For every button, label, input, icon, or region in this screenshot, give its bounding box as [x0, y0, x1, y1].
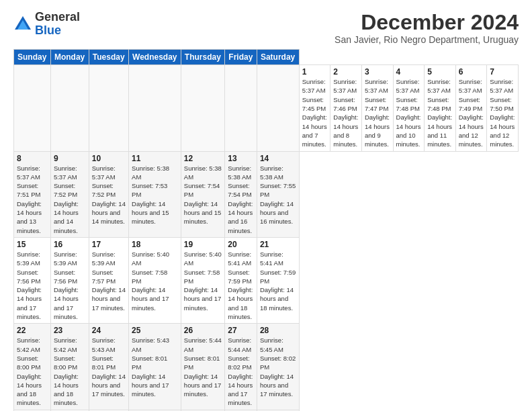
title-section: December 2024 San Javier, Rio Negro Depa… — [335, 11, 519, 45]
calendar-cell — [89, 65, 128, 151]
day-info: Sunrise: 5:42 AMSunset: 8:00 PMDaylight:… — [17, 336, 42, 406]
month-title: December 2024 — [335, 11, 519, 34]
day-number: 22 — [17, 326, 48, 335]
day-number: 7 — [490, 67, 515, 77]
day-info: Sunrise: 5:41 AMSunset: 7:59 PMDaylight:… — [260, 250, 296, 312]
calendar-cell — [257, 65, 299, 151]
calendar-cell: 16 Sunrise: 5:39 AMSunset: 7:56 PMDaylig… — [50, 237, 89, 323]
day-number: 18 — [132, 240, 178, 249]
calendar-cell: 21 Sunrise: 5:41 AMSunset: 7:59 PMDaylig… — [257, 237, 299, 323]
day-number: 4 — [396, 67, 422, 77]
logo-icon — [13, 15, 32, 34]
day-info: Sunrise: 5:38 AMSunset: 7:53 PMDaylight:… — [132, 165, 169, 226]
calendar-table: Sunday Monday Tuesday Wednesday Thursday… — [13, 49, 519, 411]
header-friday: Friday — [225, 50, 257, 65]
calendar-cell: 20 Sunrise: 5:41 AMSunset: 7:59 PMDaylig… — [225, 237, 257, 323]
calendar-cell: 22 Sunrise: 5:42 AMSunset: 8:00 PMDaylig… — [14, 324, 51, 410]
day-info: Sunrise: 5:37 AMSunset: 7:49 PMDaylight:… — [459, 78, 484, 148]
calendar-cell: 4 Sunrise: 5:37 AMSunset: 7:48 PMDayligh… — [393, 65, 425, 151]
calendar-cell: 12 Sunrise: 5:38 AMSunset: 7:54 PMDaylig… — [181, 151, 224, 237]
day-number: 25 — [132, 326, 178, 335]
day-info: Sunrise: 5:44 AMSunset: 8:01 PMDaylight:… — [184, 336, 222, 398]
day-info: Sunrise: 5:37 AMSunset: 7:47 PMDaylight:… — [365, 78, 390, 148]
calendar-cell: 2 Sunrise: 5:37 AMSunset: 7:46 PMDayligh… — [330, 65, 362, 151]
calendar-cell: 13 Sunrise: 5:38 AMSunset: 7:54 PMDaylig… — [225, 151, 257, 237]
location-subtitle: San Javier, Rio Negro Department, Urugua… — [335, 34, 519, 45]
calendar-cell — [181, 65, 224, 151]
day-info: Sunrise: 5:37 AMSunset: 7:51 PMDaylight:… — [17, 165, 42, 234]
day-number: 14 — [260, 154, 296, 163]
day-number: 24 — [92, 326, 126, 335]
calendar-cell: 27 Sunrise: 5:44 AMSunset: 8:02 PMDaylig… — [225, 324, 257, 410]
logo-text: General Blue — [35, 11, 80, 38]
logo-blue: Blue — [35, 24, 61, 37]
day-info: Sunrise: 5:39 AMSunset: 7:56 PMDaylight:… — [17, 250, 42, 320]
day-info: Sunrise: 5:41 AMSunset: 7:59 PMDaylight:… — [228, 250, 253, 320]
calendar-cell: 7 Sunrise: 5:37 AMSunset: 7:50 PMDayligh… — [487, 65, 519, 151]
calendar-week-2: 8 Sunrise: 5:37 AMSunset: 7:51 PMDayligh… — [14, 151, 519, 237]
calendar-cell: 9 Sunrise: 5:37 AMSunset: 7:52 PMDayligh… — [50, 151, 89, 237]
calendar-cell — [129, 65, 181, 151]
header: General Blue December 2024 San Javier, R… — [13, 11, 519, 45]
calendar-cell: 26 Sunrise: 5:44 AMSunset: 8:01 PMDaylig… — [181, 324, 224, 410]
day-info: Sunrise: 5:38 AMSunset: 7:54 PMDaylight:… — [228, 165, 253, 234]
header-tuesday: Tuesday — [89, 50, 128, 65]
calendar-week-4: 22 Sunrise: 5:42 AMSunset: 8:00 PMDaylig… — [14, 324, 519, 410]
day-info: Sunrise: 5:40 AMSunset: 7:58 PMDaylight:… — [184, 250, 222, 312]
day-info: Sunrise: 5:37 AMSunset: 7:46 PMDaylight:… — [333, 78, 358, 148]
calendar-cell: 17 Sunrise: 5:39 AMSunset: 7:57 PMDaylig… — [89, 237, 128, 323]
calendar-header-row: Sunday Monday Tuesday Wednesday Thursday… — [14, 50, 519, 65]
day-number: 1 — [302, 67, 328, 77]
day-number: 28 — [260, 326, 296, 335]
calendar-cell: 25 Sunrise: 5:43 AMSunset: 8:01 PMDaylig… — [129, 324, 181, 410]
calendar-week-3: 15 Sunrise: 5:39 AMSunset: 7:56 PMDaylig… — [14, 237, 519, 323]
header-thursday: Thursday — [181, 50, 224, 65]
day-number: 3 — [365, 67, 390, 77]
day-info: Sunrise: 5:37 AMSunset: 7:52 PMDaylight:… — [92, 165, 126, 226]
day-info: Sunrise: 5:38 AMSunset: 7:55 PMDaylight:… — [260, 165, 296, 226]
day-number: 19 — [184, 240, 222, 249]
day-number: 2 — [333, 67, 359, 77]
day-info: Sunrise: 5:43 AMSunset: 8:01 PMDaylight:… — [92, 336, 126, 398]
day-info: Sunrise: 5:42 AMSunset: 8:00 PMDaylight:… — [54, 336, 79, 406]
day-number: 13 — [228, 154, 254, 163]
day-number: 23 — [54, 326, 86, 335]
day-number: 12 — [184, 154, 222, 163]
day-number: 26 — [184, 326, 222, 335]
header-saturday: Saturday — [257, 50, 299, 65]
day-number: 27 — [228, 326, 254, 335]
day-number: 21 — [260, 240, 296, 249]
calendar-cell: 15 Sunrise: 5:39 AMSunset: 7:56 PMDaylig… — [14, 237, 51, 323]
header-wednesday: Wednesday — [129, 50, 181, 65]
calendar-page: General Blue December 2024 San Javier, R… — [0, 0, 532, 411]
day-info: Sunrise: 5:43 AMSunset: 8:01 PMDaylight:… — [132, 336, 169, 398]
calendar-cell: 28 Sunrise: 5:45 AMSunset: 8:02 PMDaylig… — [257, 324, 299, 410]
day-number: 6 — [459, 67, 484, 77]
day-info: Sunrise: 5:37 AMSunset: 7:52 PMDaylight:… — [54, 165, 79, 234]
calendar-cell: 23 Sunrise: 5:42 AMSunset: 8:00 PMDaylig… — [50, 324, 89, 410]
day-number: 5 — [427, 67, 453, 77]
calendar-cell: 5 Sunrise: 5:37 AMSunset: 7:48 PMDayligh… — [425, 65, 456, 151]
day-info: Sunrise: 5:37 AMSunset: 7:50 PMDaylight:… — [490, 78, 515, 148]
header-sunday: Sunday — [14, 50, 51, 65]
calendar-cell: 6 Sunrise: 5:37 AMSunset: 7:49 PMDayligh… — [455, 65, 487, 151]
day-info: Sunrise: 5:38 AMSunset: 7:54 PMDaylight:… — [184, 165, 222, 226]
day-number: 15 — [17, 240, 48, 249]
calendar-cell: 10 Sunrise: 5:37 AMSunset: 7:52 PMDaylig… — [89, 151, 128, 237]
day-number: 11 — [132, 154, 178, 163]
calendar-cell: 19 Sunrise: 5:40 AMSunset: 7:58 PMDaylig… — [181, 237, 224, 323]
calendar-cell: 8 Sunrise: 5:37 AMSunset: 7:51 PMDayligh… — [14, 151, 51, 237]
calendar-week-1: 1 Sunrise: 5:37 AMSunset: 7:45 PMDayligh… — [14, 65, 519, 151]
day-info: Sunrise: 5:39 AMSunset: 7:56 PMDaylight:… — [54, 250, 79, 320]
day-number: 17 — [92, 240, 126, 249]
day-info: Sunrise: 5:40 AMSunset: 7:58 PMDaylight:… — [132, 250, 169, 312]
day-number: 10 — [92, 154, 126, 163]
day-number: 9 — [54, 154, 86, 163]
calendar-cell: 18 Sunrise: 5:40 AMSunset: 7:58 PMDaylig… — [129, 237, 181, 323]
day-info: Sunrise: 5:37 AMSunset: 7:48 PMDaylight:… — [427, 78, 452, 148]
day-info: Sunrise: 5:45 AMSunset: 8:02 PMDaylight:… — [260, 336, 296, 398]
day-number: 16 — [54, 240, 86, 249]
calendar-cell: 1 Sunrise: 5:37 AMSunset: 7:45 PMDayligh… — [299, 65, 330, 151]
header-monday: Monday — [50, 50, 89, 65]
day-info: Sunrise: 5:44 AMSunset: 8:02 PMDaylight:… — [228, 336, 253, 406]
